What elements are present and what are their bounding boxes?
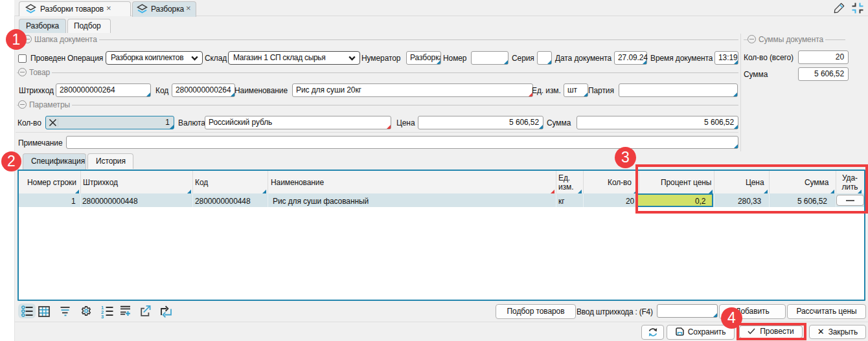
svg-text:3: 3 [101,314,104,319]
